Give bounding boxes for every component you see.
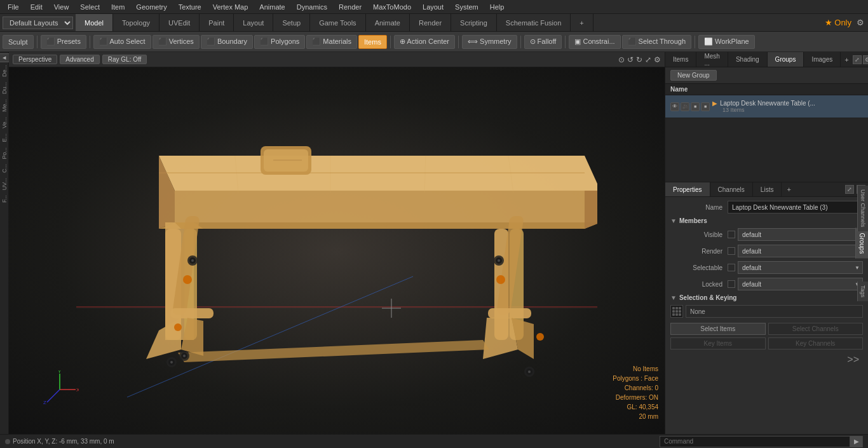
group-camera-icon[interactable]: 🎥 (681, 102, 689, 111)
viewport-icon-settings[interactable]: ⚙ (654, 55, 661, 64)
layout-tab-layout[interactable]: Layout (234, 14, 273, 31)
menu-vertex-map[interactable]: Vertex Map (208, 2, 254, 12)
falloff-button[interactable]: ⊙ Falloff (524, 35, 562, 49)
visible-checkbox[interactable] (728, 231, 735, 238)
materials-button[interactable]: ⬛ Materials (306, 35, 357, 49)
boundary-button[interactable]: ⬛ Boundary (201, 35, 253, 49)
selectable-dropdown[interactable]: default (738, 261, 863, 274)
left-vert-item-5[interactable]: Po... (1, 145, 8, 162)
viewport-canvas[interactable]: X Y Z No Items Polygons : Face Channels:… (9, 67, 665, 434)
left-vert-item-7[interactable]: UV... (1, 175, 8, 193)
menu-select[interactable]: Select (75, 2, 105, 12)
rpanel-expand-btn[interactable]: ⤢ (853, 55, 862, 64)
layout-tab-animate[interactable]: Animate (366, 14, 410, 31)
vertices-button[interactable]: ⬛ Vertices (153, 35, 200, 49)
visible-dropdown[interactable]: default (738, 228, 863, 241)
presets-button[interactable]: ⬛ Presets (41, 35, 86, 49)
layout-tab-schematic[interactable]: Schematic Fusion (497, 14, 571, 31)
constrain-button[interactable]: ▣ Constrai... (569, 35, 620, 49)
select-through-button[interactable]: ⬛ Select Through (622, 35, 691, 49)
menu-view[interactable]: View (49, 2, 74, 12)
left-vert-item-4[interactable]: E... (1, 131, 8, 145)
menu-animate[interactable]: Animate (254, 2, 290, 12)
props-tab-lists[interactable]: Lists (753, 182, 782, 196)
props-tab-properties[interactable]: Properties (665, 182, 710, 196)
command-run-button[interactable]: ▶ (850, 436, 862, 447)
viewport-icon-redo[interactable]: ↻ (636, 55, 642, 64)
props-tab-channels[interactable]: Channels (710, 182, 753, 196)
sculpt-button[interactable]: Sculpt (3, 35, 34, 49)
menu-file[interactable]: File (3, 2, 24, 12)
command-input[interactable] (660, 438, 850, 445)
left-vert-item-3[interactable]: Ve... (1, 114, 8, 131)
raygl-btn[interactable]: Ray GL: Off (102, 55, 147, 64)
new-group-button[interactable]: New Group (670, 70, 717, 81)
viewport-icon-rotate[interactable]: ⊙ (618, 55, 625, 64)
menu-item[interactable]: Item (106, 2, 130, 12)
gear-icon[interactable]: ⚙ (857, 18, 864, 27)
symmetry-button[interactable]: ⟺ Symmetry (462, 35, 517, 49)
layout-tab-gametools[interactable]: Game Tools (310, 14, 366, 31)
items-button[interactable]: Items (358, 35, 387, 49)
left-vert-item-1[interactable]: Du... (1, 79, 8, 97)
user-channels-tab[interactable]: User Channels (857, 186, 868, 231)
viewport-icon-undo[interactable]: ↺ (627, 55, 634, 64)
polygons-button[interactable]: ⬛ Polygons (254, 35, 305, 49)
layout-tab-uvedit[interactable]: UVEdit (159, 14, 200, 31)
select-items-button[interactable]: Select Items (670, 323, 766, 335)
menu-maxtomodo[interactable]: MaxToModo (368, 2, 416, 12)
left-vert-item-2[interactable]: Me... (1, 97, 8, 114)
layout-tab-render[interactable]: Render (410, 14, 451, 31)
rpanel-tab-images[interactable]: Images (804, 52, 841, 67)
menu-help[interactable]: Help (485, 2, 510, 12)
layout-tab-add[interactable]: + (571, 14, 593, 31)
viewport-icon-maximize[interactable]: ⤢ (645, 55, 651, 64)
selectable-checkbox[interactable] (728, 264, 735, 271)
groups-side-tab[interactable]: Groups (855, 227, 868, 259)
layout-tab-topology[interactable]: Topology (113, 14, 159, 31)
group-visibility-icon[interactable]: 👁 (670, 102, 679, 111)
props-tab-plus[interactable]: + (782, 182, 796, 196)
keying-toggle[interactable]: ▼ (670, 294, 677, 301)
layout-dropdown[interactable]: Default Layouts (3, 17, 73, 29)
rpanel-tab-mesh[interactable]: Mesh ... (696, 52, 728, 67)
star-only-button[interactable]: ★ Only (822, 18, 854, 27)
auto-select-button[interactable]: ⬛ Auto Select (93, 35, 151, 49)
group-lock-icon[interactable]: ■ (691, 102, 700, 111)
layout-tab-setup[interactable]: Setup (273, 14, 310, 31)
key-items-button[interactable]: Key Items (670, 337, 766, 350)
render-checkbox[interactable] (728, 247, 735, 255)
tags-tab[interactable]: Tags (857, 282, 868, 301)
props-expand-btn[interactable]: ⤢ (845, 185, 854, 194)
locked-dropdown[interactable]: default (738, 278, 863, 290)
layout-tab-model[interactable]: Model (76, 14, 113, 31)
layout-tab-scripting[interactable]: Scripting (451, 14, 497, 31)
action-center-button[interactable]: ⊕ Action Center (394, 35, 455, 49)
rpanel-tab-shading[interactable]: Shading (728, 52, 768, 67)
menu-layout[interactable]: Layout (417, 2, 449, 12)
menu-render[interactable]: Render (334, 2, 367, 12)
left-vert-item-0[interactable]: De... (1, 62, 8, 79)
render-dropdown[interactable]: default (738, 245, 863, 257)
group-extra-icon[interactable]: ■ (701, 102, 710, 111)
rpanel-settings-btn[interactable]: ⚙ (863, 55, 868, 64)
perspective-btn[interactable]: Perspective (13, 55, 57, 64)
members-toggle[interactable]: ▼ (670, 217, 677, 224)
advanced-btn[interactable]: Advanced (60, 55, 99, 64)
workplane-button[interactable]: ⬜ WorkPlane (698, 35, 755, 49)
group-list-item[interactable]: 👁 🎥 ■ ■ ▶ Laptop Desk Nnewvante Table (.… (665, 95, 868, 118)
layout-tab-paint[interactable]: Paint (200, 14, 234, 31)
menu-geometry[interactable]: Geometry (131, 2, 172, 12)
menu-texture[interactable]: Texture (173, 2, 207, 12)
name-input[interactable] (728, 201, 863, 214)
rpanel-tab-more[interactable]: + (841, 52, 852, 67)
select-channels-button[interactable]: Select Channels (768, 323, 864, 335)
menu-dynamics[interactable]: Dynamics (292, 2, 332, 12)
menu-edit[interactable]: Edit (25, 2, 48, 12)
key-channels-button[interactable]: Key Channels (768, 337, 864, 350)
forward-button[interactable]: >> (670, 352, 863, 367)
menu-system[interactable]: System (450, 2, 484, 12)
locked-checkbox[interactable] (728, 280, 735, 288)
rpanel-tab-items[interactable]: Items (665, 52, 696, 67)
left-vert-item-8[interactable]: F... (1, 193, 8, 205)
